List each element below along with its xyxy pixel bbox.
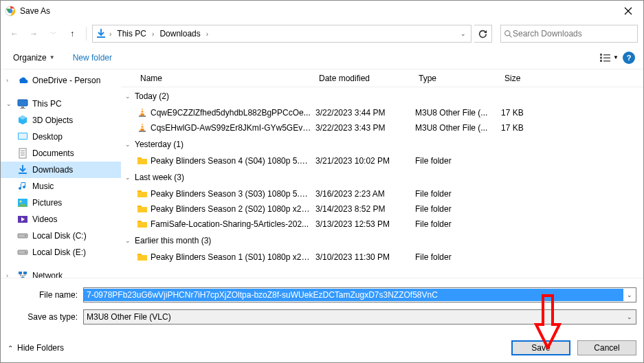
file-row[interactable]: FamiSafe-Location-Sharing-5Articles-202.… <box>121 217 643 232</box>
breadcrumb-downloads[interactable]: Downloads <box>157 25 203 42</box>
organize-menu[interactable]: Organize ▼ <box>9 50 59 65</box>
svg-rect-33 <box>141 125 144 126</box>
col-type[interactable]: Type <box>414 74 500 83</box>
file-list: Name Date modified Type Size ⌄Today (2)C… <box>121 69 643 278</box>
col-size[interactable]: Size <box>500 74 555 83</box>
hide-folders-toggle[interactable]: ⌃ Hide Folders <box>8 343 64 353</box>
file-type: File folder <box>411 252 497 262</box>
svg-point-24 <box>25 235 26 236</box>
file-row[interactable]: Peaky Blinders Season 2 (S02) 1080p x264… <box>121 201 643 217</box>
svg-rect-10 <box>18 100 27 106</box>
svg-rect-7 <box>603 54 610 56</box>
sidebar-item[interactable]: Documents <box>1 145 121 162</box>
group-header[interactable]: ⌄Earlier this month (3) <box>121 232 643 250</box>
folder-icon <box>137 188 148 199</box>
sidebar-item[interactable]: Videos <box>1 211 121 228</box>
sidebar-item-label: Downloads <box>32 165 73 175</box>
file-type: M3U8 Other File (... <box>411 123 497 133</box>
file-row[interactable]: Peaky Blinders Season 3 (S03) 1080p 5.1 … <box>121 186 643 201</box>
sidebar-item[interactable]: Pictures <box>1 195 121 211</box>
file-date: 3/10/2023 11:30 PM <box>311 252 411 262</box>
svg-rect-16 <box>21 151 25 151</box>
view-options[interactable]: ▼ <box>600 54 619 62</box>
nav-back[interactable]: ← <box>6 25 23 42</box>
search-input[interactable] <box>513 29 634 38</box>
disk-icon <box>17 230 28 241</box>
svg-rect-8 <box>603 57 610 58</box>
close-button[interactable] <box>613 1 643 21</box>
sidebar-item[interactable]: Desktop <box>1 129 121 145</box>
folder-icon <box>137 155 148 166</box>
sidebar-item[interactable]: 3D Objects <box>1 112 121 129</box>
vlc-icon <box>137 122 148 133</box>
sidebar-item[interactable]: ›Network <box>1 267 121 278</box>
svg-rect-28 <box>23 272 27 274</box>
file-type: File folder <box>411 219 497 229</box>
address-bar[interactable]: › This PC › Downloads › ⌄ <box>92 25 471 43</box>
save-button[interactable]: Save <box>511 340 570 355</box>
sidebar-item-label: Network <box>32 271 63 278</box>
breadcrumb-this-pc[interactable]: This PC <box>114 25 149 42</box>
save-as-dialog: Save As ← → ﹀ ↑ › This PC › Downloads › … <box>0 0 644 363</box>
sidebar-item[interactable]: Local Disk (E:) <box>1 244 121 261</box>
sidebar-item[interactable]: Local Disk (C:) <box>1 228 121 244</box>
svg-point-21 <box>20 201 22 203</box>
group-header[interactable]: ⌄Today (2) <box>121 87 643 105</box>
new-folder-button[interactable]: New folder <box>69 50 116 65</box>
sidebar-item[interactable]: ›OneDrive - Person <box>1 72 121 89</box>
address-dropdown[interactable]: ⌄ <box>456 25 471 42</box>
col-name[interactable]: Name <box>136 74 315 83</box>
file-name: Peaky Blinders Season 1 (S01) 1080p x264… <box>151 252 311 262</box>
file-name-dropdown[interactable]: ⌄ <box>623 287 636 302</box>
file-size: 17 KB <box>497 123 552 133</box>
search-box[interactable] <box>500 25 638 43</box>
file-name-combo[interactable]: 7-0978PFb23uG6wVjiPHCNr7iH7cpXjZOltpa-bz… <box>83 287 636 302</box>
save-type-dropdown[interactable]: ⌄ <box>623 309 636 324</box>
help-button[interactable]: ? <box>623 52 635 64</box>
file-date: 3/22/2023 3:44 PM <box>311 108 411 118</box>
file-name: Peaky Blinders Season 4 (S04) 1080p 5.1 … <box>151 156 311 166</box>
file-row[interactable]: CqwE9CZZlZfhed5dyhdbL882BgPPCcOe...3/22/… <box>121 105 643 120</box>
sidebar-item[interactable]: Downloads <box>1 162 121 178</box>
svg-rect-19 <box>19 173 27 174</box>
down-icon <box>17 164 28 175</box>
refresh-button[interactable] <box>474 25 492 43</box>
chrome-icon <box>5 6 16 16</box>
disk-icon <box>17 247 28 258</box>
chevron-right-icon[interactable]: › <box>203 30 211 38</box>
file-row[interactable]: Peaky Blinders Season 1 (S01) 1080p x264… <box>121 250 643 265</box>
sidebar-item-label: Pictures <box>32 198 62 208</box>
nav-recent[interactable]: ﹀ <box>45 25 61 42</box>
file-name-input[interactable]: 7-0978PFb23uG6wVjiPHCNr7iH7cpXjZOltpa-bz… <box>84 289 623 301</box>
chevron-down-icon: ⌄ <box>125 93 131 100</box>
svg-point-3 <box>505 30 510 35</box>
save-type-label: Save as type: <box>8 312 83 322</box>
save-type-combo[interactable]: M3U8 Other File (VLC) ⌄ <box>83 309 636 324</box>
sidebar-item-label: Local Disk (C:) <box>32 231 87 241</box>
chevron-right-icon[interactable]: › <box>149 30 157 38</box>
col-date[interactable]: Date modified <box>315 74 414 83</box>
group-header[interactable]: ⌄Last week (3) <box>121 168 643 186</box>
group-header[interactable]: ⌄Yesterday (1) <box>121 135 643 153</box>
file-name: FamiSafe-Location-Sharing-5Articles-202.… <box>151 219 309 229</box>
3d-icon <box>17 115 28 126</box>
chevron-down-icon: ⌄ <box>125 237 131 244</box>
file-row[interactable]: CqsEHwlGD-AwS99zEr8JKmI-GYw5GEvsR...3/22… <box>121 120 643 135</box>
chevron-icon: › <box>6 77 13 84</box>
thispc-icon <box>17 98 28 109</box>
sidebar-item[interactable]: ⌄This PC <box>1 96 121 112</box>
file-name: Peaky Blinders Season 2 (S02) 1080p x264… <box>151 204 311 214</box>
sidebar-item-label: Music <box>32 182 54 191</box>
chevron-right-icon[interactable]: › <box>107 30 114 38</box>
file-name: CqwE9CZZlZfhed5dyhdbL882BgPPCcOe... <box>151 108 311 118</box>
sidebar: ›OneDrive - Person⌄This PC3D ObjectsDesk… <box>1 69 121 278</box>
chevron-icon: › <box>6 272 13 278</box>
sidebar-item-label: Local Disk (E:) <box>32 248 86 257</box>
file-row[interactable]: Peaky Blinders Season 4 (S04) 1080p 5.1 … <box>121 153 643 168</box>
view-list-icon <box>600 54 611 62</box>
cancel-button[interactable]: Cancel <box>577 340 636 355</box>
svg-rect-30 <box>141 110 144 111</box>
sidebar-item[interactable]: Music <box>1 178 121 195</box>
vids-icon <box>17 214 28 225</box>
nav-up[interactable]: ↑ <box>64 25 80 42</box>
